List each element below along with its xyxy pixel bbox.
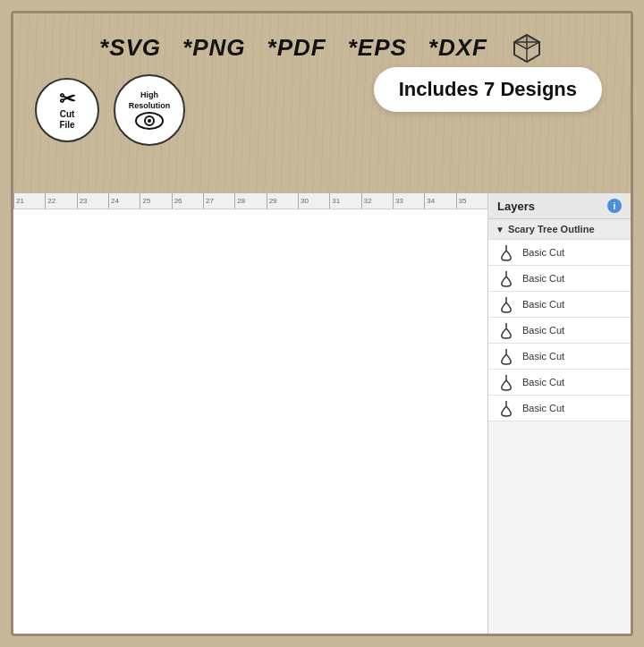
top-banner: *SVG *PNG *PDF *EPS *DXF ✂ CutFile	[13, 13, 631, 192]
layer-item[interactable]: Basic Cut	[488, 318, 631, 344]
layer-item[interactable]: Basic Cut	[488, 370, 631, 396]
layer-label: Basic Cut	[522, 299, 564, 310]
ruler-mark: 29	[267, 193, 298, 209]
badges-row: ✂ CutFile HighResolution Includes 7 Desi…	[28, 71, 616, 146]
layer-item[interactable]: Basic Cut	[488, 240, 631, 266]
file-type-png: *PNG	[182, 34, 245, 62]
ruler-mark: 23	[77, 193, 108, 209]
layer-item[interactable]: Basic Cut	[488, 266, 631, 292]
ruler-mark: 28	[234, 193, 266, 209]
file-type-pdf: *PDF	[267, 34, 326, 62]
high-resolution-badge: HighResolution	[114, 74, 185, 146]
layer-thumb-icon	[496, 373, 517, 391]
layer-thumb-icon	[496, 269, 517, 287]
svg-marker-3	[514, 35, 539, 49]
file-type-eps: *EPS	[348, 34, 407, 62]
layer-label: Basic Cut	[522, 325, 564, 336]
ruler-mark: 25	[140, 193, 171, 209]
layer-thumb-icon	[496, 295, 517, 313]
ruler: 21 22 23 24 25 26 27 28 29 30 31 32 33 3…	[13, 193, 487, 209]
layer-label: Basic Cut	[522, 351, 564, 362]
outer-frame: *SVG *PNG *PDF *EPS *DXF ✂ CutFile	[0, 0, 644, 647]
group-name: Scary Tree Outline	[508, 224, 595, 234]
eye-icon	[135, 112, 164, 130]
layer-item[interactable]: Basic Cut	[488, 396, 631, 421]
svg-point-6	[148, 119, 151, 123]
layer-item[interactable]: Basic Cut	[488, 292, 631, 318]
layer-label: Basic Cut	[522, 403, 564, 413]
ruler-mark: 35	[456, 193, 487, 209]
layers-header: Layers i	[488, 193, 631, 219]
file-type-svg: *SVG	[99, 34, 161, 62]
layers-title: Layers	[497, 200, 535, 213]
layer-label: Basic Cut	[522, 377, 564, 387]
high-res-label: HighResolution	[129, 90, 171, 111]
ruler-mark: 26	[172, 193, 203, 209]
includes-label: Includes 7 Designs	[399, 78, 577, 100]
ruler-mark: 32	[361, 193, 393, 209]
layers-group-header[interactable]: ▼ Scary Tree Outline	[488, 219, 631, 240]
layer-thumb-icon	[496, 399, 517, 417]
layer-item[interactable]: Basic Cut	[488, 344, 631, 370]
ruler-mark: 27	[203, 193, 234, 209]
3d-box-icon	[509, 30, 545, 65]
main-canvas: 21 22 23 24 25 26 27 28 29 30 31 32 33 3…	[13, 193, 487, 634]
inner-card: *SVG *PNG *PDF *EPS *DXF ✂ CutFile	[11, 11, 633, 636]
ruler-mark: 22	[45, 193, 76, 209]
info-icon[interactable]: i	[607, 199, 622, 213]
ruler-mark: 30	[298, 193, 329, 209]
layer-label: Basic Cut	[522, 247, 564, 258]
layer-thumb-icon	[496, 243, 517, 261]
chevron-down-icon: ▼	[496, 225, 504, 234]
cut-file-badge: ✂ CutFile	[35, 78, 99, 142]
ruler-mark: 34	[424, 193, 455, 209]
cut-file-label: CutFile	[59, 109, 74, 131]
ruler-mark: 33	[393, 193, 424, 209]
canvas-area: 21 22 23 24 25 26 27 28 29 30 31 32 33 3…	[13, 192, 631, 634]
layers-panel: Layers i ▼ Scary Tree Outline Basic Cut	[487, 193, 631, 634]
layer-label: Basic Cut	[522, 273, 564, 284]
ruler-mark: 24	[108, 193, 140, 209]
ruler-mark: 31	[329, 193, 360, 209]
scissors-icon: ✂	[59, 89, 75, 109]
layer-thumb-icon	[496, 321, 517, 339]
file-type-dxf: *DXF	[428, 34, 487, 62]
file-types-row: *SVG *PNG *PDF *EPS *DXF	[28, 22, 616, 71]
ruler-mark: 21	[13, 193, 45, 209]
ruler-marks: 21 22 23 24 25 26 27 28 29 30 31 32 33 3…	[13, 193, 487, 209]
includes-banner: Includes 7 Designs	[374, 67, 602, 112]
layer-thumb-icon	[496, 347, 517, 365]
